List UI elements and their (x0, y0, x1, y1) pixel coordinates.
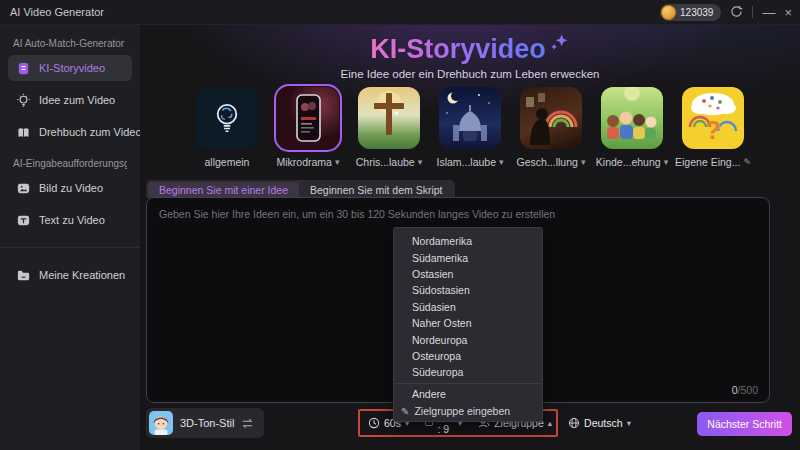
audience-dropdown: Nordamerika Südamerika Ostasien Südostas… (393, 227, 543, 422)
chevron-down-icon: ▾ (499, 157, 504, 167)
sidebar-item-label: Drehbuch zum Video (39, 126, 142, 138)
sidebar-item-label: Text zu Video (39, 214, 105, 226)
page-title: KI-Storyvideo (140, 32, 800, 65)
image-icon (15, 180, 31, 196)
children-icon (601, 87, 663, 149)
chevron-down-icon: ▾ (664, 157, 669, 167)
audience-option-nordeuropa[interactable]: Nordeuropa (394, 331, 542, 347)
template-allgemein[interactable] (196, 87, 258, 149)
template-label-geschichten[interactable]: Gesch...llung▾ (517, 156, 586, 168)
template-christentum[interactable] (358, 87, 420, 149)
chevron-down-icon: ▾ (581, 157, 586, 167)
folder-icon (15, 267, 31, 283)
audience-option-osteuropa[interactable]: Osteuropa (394, 348, 542, 364)
avatar (149, 411, 173, 435)
lightbulb-icon (15, 92, 31, 108)
tab-start-with-idea[interactable]: Beginnen Sie mit einer Idee (148, 182, 299, 198)
tab-start-with-script[interactable]: Beginnen Sie mit dem Skript (299, 182, 453, 198)
next-step-button[interactable]: Nächster Schritt (697, 412, 792, 436)
storytelling-rainbow-icon (520, 87, 582, 149)
globe-icon (568, 417, 580, 429)
book-icon (15, 124, 31, 140)
template-label-mikrodrama[interactable]: Mikrodrama▾ (277, 156, 340, 168)
template-kinder[interactable] (601, 87, 663, 149)
audience-option-suedasien[interactable]: Südasien (394, 299, 542, 315)
close-icon[interactable]: × (784, 6, 792, 19)
sidebar-item-bild-zu-video[interactable]: Bild zu Video (8, 175, 132, 201)
main-content: KI-Storyvideo Eine Idee oder ein Drehbuc… (140, 25, 800, 450)
sidebar-section-automatch: AI Auto-Match-Generator (13, 38, 127, 49)
template-label-kinder[interactable]: Kinde...ehung▾ (596, 156, 668, 168)
coin-icon (661, 5, 676, 20)
edit-icon: ✎ (743, 157, 751, 167)
sidebar-item-meine-kreationen[interactable]: Meine Kreationen (8, 262, 132, 288)
audience-option-suedostasien[interactable]: Südostasien (394, 282, 542, 298)
audience-option-andere[interactable]: Andere (394, 386, 542, 402)
chevron-down-icon: ▾ (418, 157, 423, 167)
custom-audience-option[interactable]: ✎ Zielgruppe eingeben (394, 402, 542, 421)
mosque-moon-icon (439, 87, 501, 149)
sidebar-item-idee-zum-video[interactable]: Idee zum Video (8, 87, 132, 113)
sidebar-item-label: Bild zu Video (39, 182, 103, 194)
titlebar: AI Video Generator 123039 — × (0, 0, 800, 25)
credits-count: 123039 (680, 7, 713, 18)
text-icon (15, 212, 31, 228)
titlebar-divider (752, 6, 753, 18)
credits-badge[interactable]: 123039 (660, 4, 721, 21)
tone-style-selector[interactable]: 3D-Ton-Stil (146, 408, 264, 438)
edit-icon: ✎ (401, 406, 409, 417)
template-eigene-eingabe[interactable]: ? (682, 87, 744, 149)
sidebar-item-drehbuch-zum-video[interactable]: Drehbuch zum Video (8, 119, 132, 145)
phone-drama-icon (277, 87, 339, 149)
sidebar-section-prompt-generator: AI-Eingabeaufforderungsgene... (13, 158, 127, 169)
template-islam[interactable] (439, 87, 501, 149)
language-select[interactable]: Deutsch ▾ (560, 417, 639, 429)
template-row: allgemein Mikrodrama▾ Chris...laube▾ (140, 87, 800, 168)
audience-option-ostasien[interactable]: Ostasien (394, 266, 542, 282)
dropdown-divider (394, 383, 542, 384)
template-label-christentum[interactable]: Chris...laube▾ (356, 156, 422, 168)
chevron-up-icon: ▴ (548, 418, 552, 428)
chevron-down-icon: ▾ (335, 157, 340, 167)
template-geschichten[interactable] (520, 87, 582, 149)
audience-option-nordamerika[interactable]: Nordamerika (394, 233, 542, 249)
sidebar-item-ki-storyvideo[interactable]: KI-Storyvideo (8, 55, 132, 81)
sidebar-item-label: KI-Storyvideo (39, 62, 105, 74)
sidebar-item-label: Meine Kreationen (39, 269, 125, 281)
char-counter: 0/500 (732, 384, 758, 396)
swap-icon (241, 418, 254, 429)
chevron-down-icon: ▾ (627, 418, 631, 428)
custom-question-icon: ? (682, 87, 744, 149)
question-mark-icon: ? (705, 115, 721, 145)
audience-option-naher-osten[interactable]: Naher Osten (394, 315, 542, 331)
app-window: AI Video Generator 123039 — × AI Auto-Ma… (0, 0, 800, 450)
brain-bulb-icon (209, 100, 245, 136)
sidebar: AI Auto-Match-Generator KI-Storyvideo Id… (0, 25, 140, 450)
audience-option-suedeuropa[interactable]: Südeuropa (394, 364, 542, 380)
page-subtitle: Eine Idee oder ein Drehbuch zum Leben er… (140, 68, 800, 80)
refresh-icon[interactable] (730, 5, 743, 20)
script-video-icon (15, 60, 31, 76)
cross-icon (358, 87, 420, 149)
sidebar-item-text-zu-video[interactable]: Text zu Video (8, 207, 132, 233)
sidebar-item-label: Idee zum Video (39, 94, 115, 106)
sidebar-divider (0, 247, 140, 248)
template-mikrodrama[interactable] (277, 87, 339, 149)
window-title: AI Video Generator (10, 6, 104, 18)
audience-option-suedamerika[interactable]: Südamerika (394, 249, 542, 265)
template-label-eigene-eingabe[interactable]: Eigene Eing...✎ (675, 156, 751, 168)
template-label-allgemein[interactable]: allgemein (205, 156, 250, 168)
template-label-islam[interactable]: Islam...laube▾ (436, 156, 503, 168)
minimize-icon[interactable]: — (762, 6, 775, 19)
sparkle-icon (550, 32, 570, 52)
clock-icon (368, 417, 380, 429)
